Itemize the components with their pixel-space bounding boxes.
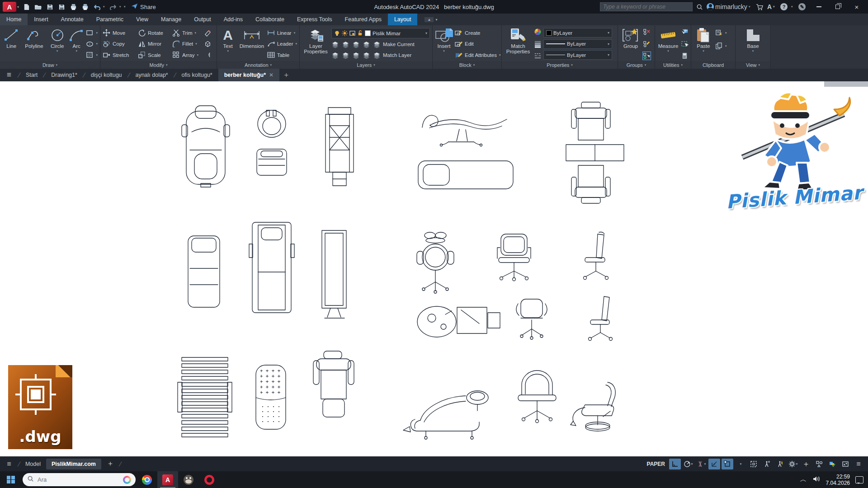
print-icon[interactable] <box>80 2 90 12</box>
arc-button[interactable]: Arc▾ <box>69 27 85 61</box>
help-chevron-icon[interactable]: ▾ <box>791 5 795 9</box>
erase-button[interactable] <box>204 28 212 38</box>
taskbar-clock[interactable]: 22:59 7.04.2026 <box>826 474 850 486</box>
object-snap-tracking-toggle[interactable] <box>708 459 720 469</box>
object-snap-toggle[interactable] <box>722 459 733 469</box>
copilot-spark-icon[interactable] <box>123 476 131 484</box>
offset-button[interactable] <box>204 50 212 60</box>
lineweight-icon[interactable] <box>534 40 542 48</box>
workspace-switching-gear-icon[interactable]: ▾ <box>787 459 799 469</box>
annotation-visibility-toggle[interactable] <box>761 459 773 469</box>
layer-on-bulb-icon[interactable] <box>334 30 340 36</box>
edit-attributes-button[interactable]: Edit Attributes▾ <box>455 50 500 60</box>
layer-thaw-sun-icon[interactable] <box>342 30 348 36</box>
file-tab-drawing1[interactable]: Drawing1* <box>45 69 83 81</box>
object-color-dropdown[interactable]: ByLayer▾ <box>543 28 612 38</box>
layer-lock-icon[interactable] <box>363 41 370 48</box>
share-button[interactable]: Share <box>131 3 156 11</box>
file-tab-aynali-dolap[interactable]: aynalı dolap* <box>129 69 174 81</box>
ribbon-tab-collaborate[interactable]: Collaborate <box>249 14 291 25</box>
cut-clip-icon[interactable]: ▾ <box>715 28 727 38</box>
redo-chevron-icon[interactable]: ▾ <box>119 5 123 9</box>
ribbon-collapse-control[interactable]: ▲▾ <box>425 14 437 25</box>
move-button[interactable]: Move <box>103 28 136 38</box>
autocad-app-menu-button[interactable]: A <box>3 2 16 12</box>
help-search-input[interactable] <box>603 4 689 10</box>
rotate-button[interactable]: Rotate <box>138 28 170 38</box>
trim-button[interactable]: Trim▾ <box>172 28 202 38</box>
ribbon-tab-manage[interactable]: Manage <box>155 14 188 25</box>
scale-button[interactable]: Scale <box>138 50 170 60</box>
create-block-button[interactable]: Create <box>455 28 500 38</box>
action-center-icon[interactable] <box>855 476 863 483</box>
annotation-autoscale-toggle[interactable] <box>774 459 786 469</box>
layer-unlock-icon[interactable] <box>357 30 363 36</box>
file-tab-berber-koltugu[interactable]: berber koltuğu*✕ <box>218 69 279 81</box>
file-tab-ofis-koltugu[interactable]: ofis koltugu* <box>176 69 218 81</box>
panel-label-groups[interactable]: Groups▾ <box>618 61 655 69</box>
help-icon[interactable]: ? <box>780 3 788 10</box>
ribbon-tab-home[interactable]: Home <box>0 14 28 25</box>
insert-block-button[interactable]: Insert▾ <box>435 27 453 61</box>
array-button[interactable]: Array▾ <box>172 50 202 60</box>
layer-isolate-icon[interactable] <box>342 41 349 48</box>
ribbon-tab-annotate[interactable]: Annotate <box>55 14 90 25</box>
copy-button[interactable]: Copy <box>103 39 136 49</box>
panel-label-annotation[interactable]: Annotation▾ <box>217 61 299 69</box>
ribbon-tab-layout[interactable]: Layout <box>388 14 418 25</box>
group-edit-icon[interactable] <box>643 40 651 48</box>
panel-label-draw[interactable]: Draw▾ <box>0 61 100 69</box>
dimension-button[interactable]: Dimension <box>238 27 265 61</box>
match-layer-button[interactable]: Match Layer <box>373 51 411 60</box>
layer-freeze-icon[interactable] <box>352 41 360 48</box>
tray-expand-chevron-icon[interactable]: ︿ <box>800 475 807 484</box>
customize-qat-icon[interactable]: ▾ <box>124 5 127 9</box>
layer-color-swatch[interactable] <box>365 30 371 36</box>
volume-icon[interactable] <box>812 476 821 483</box>
ortho-mode-toggle[interactable] <box>669 459 681 469</box>
ribbon-collapse-chevron-icon[interactable]: ▾ <box>435 18 437 22</box>
file-tabs-menu-icon[interactable]: ≡ <box>0 69 18 81</box>
select-objects-icon[interactable] <box>681 40 689 48</box>
new-drawing-tab-button[interactable]: ＋ <box>279 69 293 81</box>
layer-viewport-freeze-icon[interactable] <box>349 30 355 36</box>
new-file-icon[interactable] <box>21 2 32 12</box>
drawing-canvas[interactable]: Pislik Mimar .dwg <box>0 81 868 456</box>
app-store-cart-icon[interactable] <box>756 4 764 10</box>
text-button[interactable]: AText▾ <box>219 27 236 61</box>
graphics-performance-toggle[interactable] <box>826 459 838 469</box>
ribbon-tab-insert[interactable]: Insert <box>28 14 54 25</box>
layer-dropdown[interactable]: Pislik Mimar ▾ <box>331 28 430 38</box>
minimize-button[interactable] <box>809 0 828 14</box>
layer-unlock-all-icon[interactable] <box>363 52 370 59</box>
taskbar-search-input[interactable] <box>38 476 119 483</box>
ribbon-tab-addins[interactable]: Add-ins <box>217 14 249 25</box>
save-as-icon[interactable] <box>56 2 67 12</box>
polar-tracking-toggle[interactable]: ▾ <box>682 459 694 469</box>
group-button[interactable]: Group <box>620 27 641 61</box>
signed-in-user-button[interactable]: mimarlucky ▾ <box>707 3 752 10</box>
paper-space-toggle[interactable]: PAPER <box>644 461 668 467</box>
color-wheel-icon[interactable] <box>534 28 542 36</box>
ellipse-button[interactable]: ▾ <box>86 39 98 49</box>
panel-label-properties[interactable]: Properties▾ <box>502 61 618 69</box>
make-current-button[interactable]: Make Current <box>373 40 415 49</box>
lineweight-dropdown[interactable]: ByLayer▾ <box>543 39 612 49</box>
file-tab-disci-koltugu[interactable]: dişçi koltugu <box>85 69 128 81</box>
selection-cycling-toggle[interactable] <box>748 459 760 469</box>
line-button[interactable]: Line <box>2 27 20 61</box>
panel-label-view[interactable]: View▾ <box>736 61 770 69</box>
ungroup-icon[interactable] <box>643 28 651 36</box>
help-search-box[interactable] <box>600 2 693 11</box>
quick-select-icon[interactable] <box>681 28 689 36</box>
layer-on-all-icon[interactable] <box>331 52 339 59</box>
taskbar-chrome-button[interactable] <box>137 471 157 488</box>
copy-clip-icon[interactable]: ▾ <box>715 41 727 51</box>
undo-chevron-icon[interactable]: ▾ <box>103 5 107 9</box>
group-selection-icon[interactable] <box>643 52 651 60</box>
rectangle-button[interactable]: ▾ <box>86 28 98 38</box>
plot-icon[interactable] <box>68 2 79 12</box>
file-tab-start[interactable]: Start <box>20 69 43 81</box>
paste-button[interactable]: Paste▾ <box>693 27 713 61</box>
ribbon-tab-output[interactable]: Output <box>188 14 217 25</box>
